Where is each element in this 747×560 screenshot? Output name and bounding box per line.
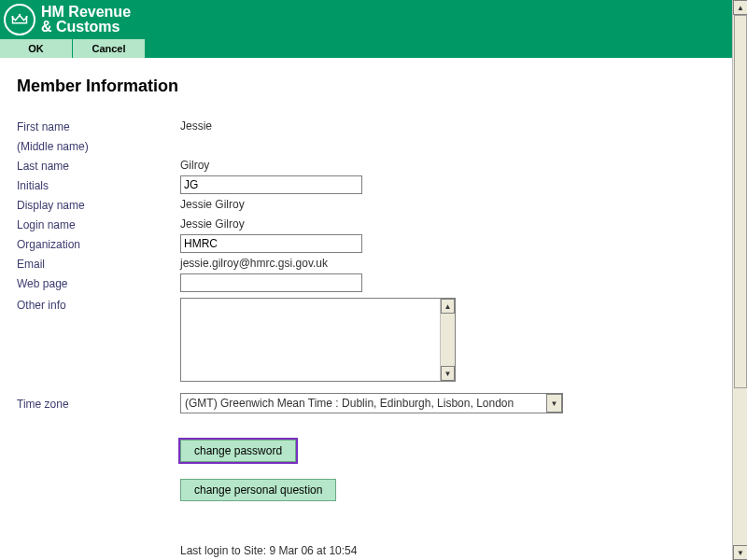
label-login-name: Login name [17, 217, 180, 231]
label-first-name: First name [17, 119, 180, 133]
value-last-name: Gilroy [180, 159, 209, 172]
value-email: jessie.gilroy@hmrc.gsi.gov.uk [180, 257, 328, 270]
value-first-name: Jessie [180, 119, 212, 133]
crown-logo-icon [4, 4, 35, 35]
page-scrollbar[interactable]: ▲ ▼ [732, 0, 747, 560]
label-email: Email [17, 257, 180, 271]
time-zone-select[interactable]: (GMT) Greenwich Mean Time : Dublin, Edin… [180, 393, 563, 413]
brand-line2: & Customs [41, 20, 131, 35]
label-organization: Organization [17, 237, 180, 251]
initials-input[interactable] [180, 175, 362, 194]
label-last-name: Last name [17, 159, 180, 173]
last-login-text: Last login to Site: 9 Mar 06 at 10:54 [180, 544, 715, 557]
content-area: Member Information First name Jessie (Mi… [0, 58, 732, 557]
other-info-wrap: ▲ ▼ [180, 298, 456, 382]
action-bar: OK Cancel [0, 39, 732, 58]
main-viewport: HM Revenue & Customs OK Cancel Member In… [0, 0, 732, 560]
label-web-page: Web page [17, 276, 180, 290]
svg-point-0 [11, 16, 13, 18]
organization-input[interactable] [180, 234, 362, 253]
scroll-thumb[interactable] [734, 15, 747, 388]
ok-button[interactable]: OK [0, 39, 73, 58]
brand-logo: HM Revenue & Customs [4, 4, 131, 35]
label-time-zone: Time zone [17, 397, 180, 411]
brand-text: HM Revenue & Customs [41, 5, 131, 35]
svg-point-2 [25, 16, 27, 18]
other-info-textarea[interactable] [181, 299, 440, 381]
scroll-up-icon[interactable]: ▲ [733, 0, 747, 15]
label-display-name: Display name [17, 198, 180, 212]
web-page-input[interactable] [180, 273, 362, 292]
time-zone-value: (GMT) Greenwich Mean Time : Dublin, Edin… [181, 397, 546, 410]
brand-line1: HM Revenue [41, 5, 131, 20]
chevron-down-icon[interactable]: ▼ [546, 394, 562, 413]
page-title: Member Information [17, 77, 715, 96]
change-personal-question-button[interactable]: change personal question [180, 479, 336, 501]
crown-icon [11, 13, 28, 26]
scroll-down-icon[interactable]: ▼ [733, 545, 747, 560]
scroll-down-icon[interactable]: ▼ [441, 366, 455, 381]
value-login-name: Jessie Gilroy [180, 217, 245, 231]
label-middle-name: (Middle name) [17, 139, 180, 153]
cancel-button[interactable]: Cancel [73, 39, 146, 58]
label-other-info: Other info [17, 298, 180, 312]
textarea-scrollbar[interactable]: ▲ ▼ [440, 299, 455, 381]
brand-header: HM Revenue & Customs [0, 0, 732, 39]
svg-point-1 [19, 14, 21, 16]
scroll-up-icon[interactable]: ▲ [441, 299, 455, 314]
value-display-name: Jessie Gilroy [180, 198, 245, 211]
change-password-button[interactable]: change password [180, 440, 296, 462]
label-initials: Initials [17, 178, 180, 192]
